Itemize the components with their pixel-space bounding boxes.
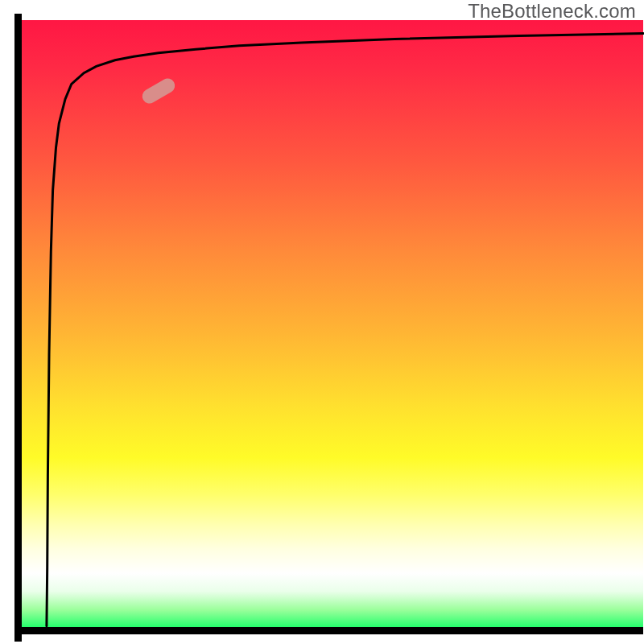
watermark-text: TheBottleneck.com (468, 0, 636, 23)
plot-gradient-background (22, 20, 643, 628)
y-axis (14, 14, 22, 642)
x-axis (14, 627, 643, 634)
chart-canvas: TheBottleneck.com (0, 0, 644, 644)
